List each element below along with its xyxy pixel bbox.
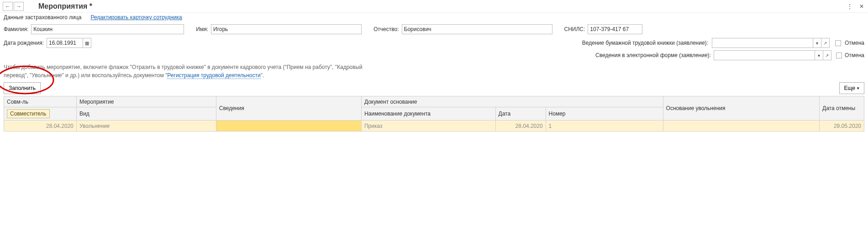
sovm-tag: Совместитель [7,109,50,118]
registration-activity-link[interactable]: Регистрация трудовой деятельности [167,72,260,79]
electronic-statement-label: Сведения в электронной форме (заявление)… [595,52,711,58]
paper-statement-label: Ведение бумажной трудовой книжки (заявле… [582,40,708,46]
nav-forward-button[interactable]: → [14,2,24,11]
snils-input[interactable] [588,24,642,34]
open-icon: ↗ [823,41,827,46]
col-sovm[interactable]: Совм-ль [4,96,77,107]
nav-back-button[interactable]: ← [3,2,13,11]
paper-statement-input[interactable] [712,38,813,48]
cell-doc-date[interactable]: 28.04.2020 [495,121,546,132]
dob-label: Дата рождения: [4,40,44,46]
electronic-statement-cancel-checkbox[interactable] [836,53,842,58]
cell-doc-number[interactable]: 1 [546,121,663,132]
col-event[interactable]: Мероприятие [77,96,216,107]
electronic-statement-dropdown-button[interactable]: ▾ [815,50,823,60]
close-icon[interactable]: ✕ [858,3,865,10]
dob-calendar-button[interactable]: ▦ [83,38,91,48]
surname-label: Фамилия: [4,26,28,32]
cell-date[interactable]: 28.04.2020 [4,121,77,132]
paper-statement-open-button[interactable]: ↗ [821,38,830,48]
cell-doc-name[interactable]: Приказ [361,121,495,132]
col-basis-doc[interactable]: Документ основание [361,96,663,107]
name-input[interactable] [211,24,362,34]
more-button[interactable]: Еще [839,82,864,94]
col-sovm-sub[interactable]: Совместитель [4,107,77,121]
electronic-statement-open-button[interactable]: ↗ [823,50,831,60]
surname-input[interactable] [31,24,184,34]
events-table: Совм-ль Мероприятие Сведения Документ ос… [4,96,864,132]
snils-label: СНИЛС: [564,26,585,32]
edit-employee-card-link[interactable]: Редактировать карточку сотрудника [90,14,182,21]
paper-statement-cancel-label: Отмена [845,40,864,46]
info-hint-text: Чтобы добавить мероприятие, включите фла… [0,61,379,80]
insured-data-label: Данные застрахованного лица [4,14,81,21]
col-dismissal-basis[interactable]: Основание увольнения [663,96,820,121]
patronymic-label: Отчество: [374,26,399,32]
patronymic-input[interactable] [402,24,552,34]
fill-button[interactable]: Заполнить [4,82,41,94]
chevron-down-icon: ▾ [816,41,818,46]
col-cancel-date[interactable]: Дата отмены [820,96,864,121]
open-icon: ↗ [825,53,829,58]
col-kind[interactable]: Вид [77,107,216,121]
cell-details[interactable] [216,121,361,132]
chevron-down-icon: ▾ [818,53,820,58]
col-details[interactable]: Сведения [216,96,361,121]
calendar-icon: ▦ [85,41,89,46]
paper-statement-dropdown-button[interactable]: ▾ [813,38,821,48]
col-doc-name[interactable]: Наименование документа [361,107,495,121]
electronic-statement-cancel-label: Отмена [845,52,864,58]
col-doc-number[interactable]: Номер [546,107,663,121]
cell-kind[interactable]: Увольнение [77,121,216,132]
page-title: Мероприятия * [38,2,92,11]
paper-statement-cancel-checkbox[interactable] [835,40,841,46]
name-label: Имя: [196,26,208,32]
electronic-statement-input[interactable] [714,50,815,60]
kebab-menu-icon[interactable]: ⋮ [846,3,853,10]
cell-cancel-date[interactable]: 29.05.2020 [820,121,864,132]
dob-input[interactable] [47,38,83,48]
col-doc-date[interactable]: Дата [495,107,546,121]
table-row[interactable]: 28.04.2020 Увольнение Приказ 28.04.2020 … [4,121,864,132]
cell-dismissal-basis[interactable] [663,121,820,132]
